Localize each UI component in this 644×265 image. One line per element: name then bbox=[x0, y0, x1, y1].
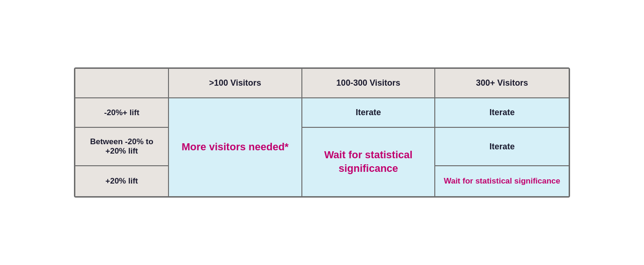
cell-row1-col2: Iterate bbox=[302, 98, 436, 128]
row-label-3: +20% lift bbox=[75, 166, 169, 196]
cell-row1-col3: Iterate bbox=[435, 98, 569, 128]
header-col2: 100-300 Visitors bbox=[302, 69, 436, 98]
cell-row2-col2: Wait for statistical significance bbox=[302, 128, 436, 196]
row-label-2: Between -20% to +20% lift bbox=[75, 128, 169, 166]
header-col1: >100 Visitors bbox=[169, 69, 302, 98]
header-col3: 300+ Visitors bbox=[435, 69, 569, 98]
row-label-1: -20%+ lift bbox=[75, 98, 169, 128]
cell-row2-col3: Iterate bbox=[435, 128, 569, 166]
header-empty-cell bbox=[75, 69, 169, 98]
matrix-table: >100 Visitors 100-300 Visitors 300+ Visi… bbox=[74, 67, 570, 198]
cell-row3-col3: Wait for statistical significance bbox=[435, 166, 569, 196]
cell-col1-all-rows: More visitors needed* bbox=[169, 98, 302, 196]
table-grid: >100 Visitors 100-300 Visitors 300+ Visi… bbox=[75, 69, 569, 196]
